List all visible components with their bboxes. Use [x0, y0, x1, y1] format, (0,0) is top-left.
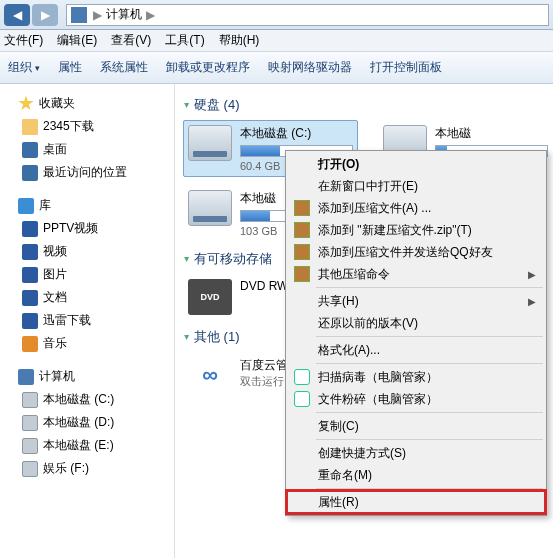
context-separator	[316, 336, 543, 337]
sidebar-item-2345[interactable]: 2345下载	[4, 115, 170, 138]
menu-tools[interactable]: 工具(T)	[165, 32, 204, 49]
context-item[interactable]: 添加到 "新建压缩文件.zip"(T)	[288, 219, 544, 241]
context-item-label: 重命名(M)	[318, 467, 372, 484]
sidebar-item-drive-c[interactable]: 本地磁盘 (C:)	[4, 388, 170, 411]
context-item-label: 共享(H)	[318, 293, 359, 310]
sidebar-computer-label: 计算机	[39, 368, 75, 385]
video-icon	[22, 221, 38, 237]
toolbar: 组织 属性 系统属性 卸载或更改程序 映射网络驱动器 打开控制面板	[0, 52, 553, 84]
sidebar-item-drive-f[interactable]: 娱乐 (F:)	[4, 457, 170, 480]
context-separator	[316, 439, 543, 440]
qq-icon	[294, 391, 310, 407]
context-item-label: 复制(C)	[318, 418, 359, 435]
address-bar[interactable]: ▶ 计算机 ▶	[66, 4, 549, 26]
context-item[interactable]: 共享(H)▶	[288, 290, 544, 312]
titlebar: ◀ ▶ ▶ 计算机 ▶	[0, 0, 553, 30]
toolbar-organize[interactable]: 组织	[8, 59, 40, 76]
sidebar-item-recent[interactable]: 最近访问的位置	[4, 161, 170, 184]
zip-icon	[294, 266, 310, 282]
nav-back-button[interactable]: ◀	[4, 4, 30, 26]
context-item-label: 添加到压缩文件(A) ...	[318, 200, 431, 217]
menu-edit[interactable]: 编辑(E)	[57, 32, 97, 49]
drive-icon	[22, 438, 38, 454]
sidebar-item-desktop[interactable]: 桌面	[4, 138, 170, 161]
drive-icon	[22, 392, 38, 408]
sidebar-favorites: 收藏夹 2345下载 桌面 最近访问的位置	[4, 92, 170, 184]
context-separator	[316, 488, 543, 489]
sidebar-item-documents[interactable]: 文档	[4, 286, 170, 309]
context-item[interactable]: 打开(O)	[288, 153, 544, 175]
context-menu: 打开(O)在新窗口中打开(E)添加到压缩文件(A) ...添加到 "新建压缩文件…	[285, 150, 547, 516]
computer-icon	[71, 7, 87, 23]
context-item-label: 格式化(A)...	[318, 342, 380, 359]
context-item[interactable]: 扫描病毒（电脑管家）	[288, 366, 544, 388]
context-item-label: 文件粉碎（电脑管家）	[318, 391, 438, 408]
sidebar-item-video[interactable]: 视频	[4, 240, 170, 263]
drive-icon	[22, 461, 38, 477]
context-item[interactable]: 还原以前的版本(V)	[288, 312, 544, 334]
nav-forward-button[interactable]: ▶	[32, 4, 58, 26]
sidebar-item-drive-e[interactable]: 本地磁盘 (E:)	[4, 434, 170, 457]
qq-icon	[294, 369, 310, 385]
library-icon	[18, 198, 34, 214]
context-item[interactable]: 添加到压缩文件(A) ...	[288, 197, 544, 219]
context-item-label: 属性(R)	[318, 494, 359, 511]
context-separator	[316, 412, 543, 413]
menu-help[interactable]: 帮助(H)	[219, 32, 260, 49]
context-item[interactable]: 在新窗口中打开(E)	[288, 175, 544, 197]
context-item-label: 打开(O)	[318, 156, 359, 173]
context-item[interactable]: 格式化(A)...	[288, 339, 544, 361]
context-item[interactable]: 属性(R)	[288, 491, 544, 513]
menubar: 文件(F) 编辑(E) 查看(V) 工具(T) 帮助(H)	[0, 30, 553, 52]
section-hdd[interactable]: 硬盘 (4)	[185, 96, 553, 114]
toolbar-system-props[interactable]: 系统属性	[100, 59, 148, 76]
context-item[interactable]: 添加到压缩文件并发送给QQ好友	[288, 241, 544, 263]
context-item-label: 创建快捷方式(S)	[318, 445, 406, 462]
zip-icon	[294, 222, 310, 238]
sidebar-item-music[interactable]: 音乐	[4, 332, 170, 355]
document-icon	[22, 290, 38, 306]
breadcrumb-sep: ▶	[144, 8, 157, 22]
drive-label: 本地磁	[435, 125, 548, 142]
drive-icon	[22, 415, 38, 431]
context-item[interactable]: 复制(C)	[288, 415, 544, 437]
submenu-arrow-icon: ▶	[528, 269, 536, 280]
context-separator	[316, 363, 543, 364]
context-item-label: 添加到压缩文件并发送给QQ好友	[318, 244, 493, 261]
sidebar-item-pictures[interactable]: 图片	[4, 263, 170, 286]
context-item[interactable]: 其他压缩命令▶	[288, 263, 544, 285]
sidebar-libraries-head[interactable]: 库	[4, 194, 170, 217]
breadcrumb-sep: ▶	[91, 8, 104, 22]
breadcrumb-computer[interactable]: 计算机	[104, 6, 144, 23]
star-icon	[18, 96, 34, 112]
music-icon	[22, 336, 38, 352]
download-icon	[22, 313, 38, 329]
toolbar-properties[interactable]: 属性	[58, 59, 82, 76]
context-item[interactable]: 文件粉碎（电脑管家）	[288, 388, 544, 410]
menu-file[interactable]: 文件(F)	[4, 32, 43, 49]
context-item[interactable]: 创建快捷方式(S)	[288, 442, 544, 464]
sidebar-libraries-label: 库	[39, 197, 51, 214]
computer-icon	[18, 369, 34, 385]
sidebar-item-drive-d[interactable]: 本地磁盘 (D:)	[4, 411, 170, 434]
sidebar-item-xunlei[interactable]: 迅雷下载	[4, 309, 170, 332]
sidebar-libraries: 库 PPTV视频 视频 图片 文档 迅雷下载 音乐	[4, 194, 170, 355]
toolbar-uninstall[interactable]: 卸载或更改程序	[166, 59, 250, 76]
sidebar-computer-head[interactable]: 计算机	[4, 365, 170, 388]
context-item[interactable]: 重命名(M)	[288, 464, 544, 486]
submenu-arrow-icon: ▶	[528, 296, 536, 307]
toolbar-map-drive[interactable]: 映射网络驱动器	[268, 59, 352, 76]
context-item-label: 添加到 "新建压缩文件.zip"(T)	[318, 222, 472, 239]
drive-icon	[188, 190, 232, 226]
sidebar-item-pptv[interactable]: PPTV视频	[4, 217, 170, 240]
context-item-label: 在新窗口中打开(E)	[318, 178, 418, 195]
context-item-label: 扫描病毒（电脑管家）	[318, 369, 438, 386]
drive-icon	[188, 125, 232, 161]
context-item-label: 还原以前的版本(V)	[318, 315, 418, 332]
video-icon	[22, 244, 38, 260]
menu-view[interactable]: 查看(V)	[111, 32, 151, 49]
toolbar-control-panel[interactable]: 打开控制面板	[370, 59, 442, 76]
dvd-icon: DVD	[188, 279, 232, 315]
sidebar-favorites-head[interactable]: 收藏夹	[4, 92, 170, 115]
sidebar-computer: 计算机 本地磁盘 (C:) 本地磁盘 (D:) 本地磁盘 (E:) 娱乐 (F:…	[4, 365, 170, 480]
